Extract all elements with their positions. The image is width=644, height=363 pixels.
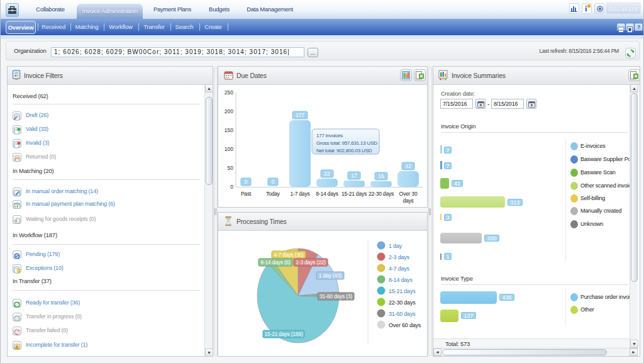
svg-text:150: 150	[225, 127, 233, 133]
svg-text:Today: Today	[266, 191, 280, 197]
svg-text:2-3 days (22): 2-3 days (22)	[296, 259, 326, 265]
svg-text:2-3 days: 2-3 days	[389, 254, 410, 260]
svg-text:days: days	[402, 198, 413, 204]
svg-text:177 invoices: 177 invoices	[316, 133, 343, 138]
svg-text:4-7 days (30): 4-7 days (30)	[274, 252, 304, 258]
svg-text:0: 0	[230, 184, 233, 190]
svg-text:8-14 days (6): 8-14 days (6)	[260, 259, 291, 265]
svg-text:Past: Past	[241, 191, 252, 197]
svg-text:8-14 days: 8-14 days	[316, 191, 338, 197]
svg-text:31-60 days (3): 31-60 days (3)	[319, 293, 352, 299]
svg-text:200: 200	[225, 108, 233, 114]
svg-text:177: 177	[296, 112, 304, 118]
svg-text:15-21 days: 15-21 days	[389, 288, 416, 294]
svg-text:100: 100	[225, 146, 233, 152]
svg-text:0: 0	[272, 179, 275, 185]
svg-text:1-7 days: 1-7 days	[290, 191, 309, 197]
svg-text:Net total: 902,800.03 USD: Net total: 902,800.03 USD	[316, 148, 372, 154]
svg-text:50: 50	[228, 165, 234, 171]
svg-text:Over 60 days: Over 60 days	[389, 322, 421, 328]
svg-text:22: 22	[324, 170, 330, 177]
svg-text:1 day: 1 day	[389, 243, 402, 249]
svg-text:8-14 days: 8-14 days	[389, 277, 413, 283]
svg-text:31-60 days: 31-60 days	[389, 311, 416, 317]
svg-text:250: 250	[225, 89, 233, 96]
svg-text:17: 17	[351, 172, 357, 179]
svg-text:22-30 days: 22-30 days	[369, 191, 394, 197]
svg-text:42: 42	[405, 163, 411, 169]
svg-text:15: 15	[378, 173, 384, 179]
svg-text:15-21 days (169): 15-21 days (169)	[264, 331, 303, 337]
svg-text:22-30 days: 22-30 days	[389, 299, 416, 306]
svg-text:Gross total: 957,631.13 USD: Gross total: 957,631.13 USD	[316, 140, 377, 146]
svg-text:Over 30: Over 30	[399, 191, 418, 197]
svg-text:4-7 days: 4-7 days	[389, 265, 410, 272]
svg-text:0: 0	[245, 179, 248, 185]
svg-text:15-21 days: 15-21 days	[341, 191, 367, 197]
svg-text:1 day (43): 1 day (43)	[319, 272, 342, 279]
